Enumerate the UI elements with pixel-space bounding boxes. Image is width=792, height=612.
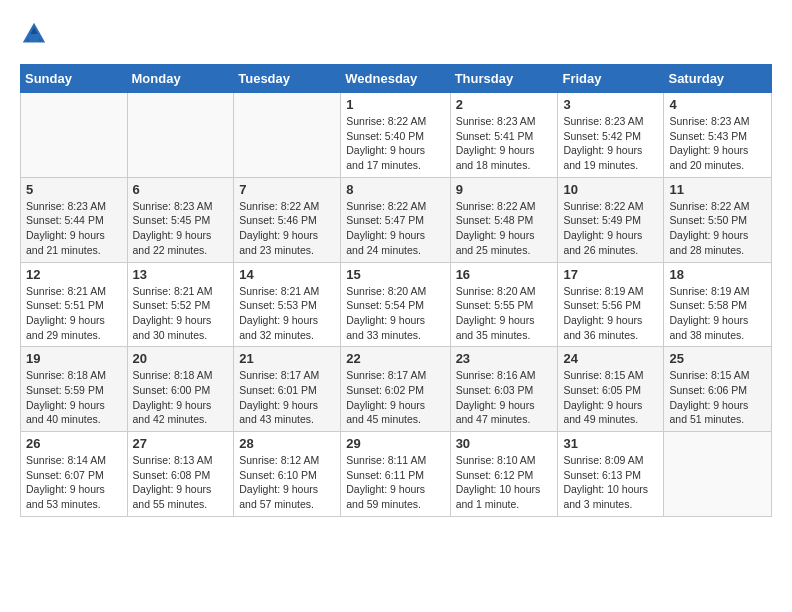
- day-info: Sunrise: 8:16 AM Sunset: 6:03 PM Dayligh…: [456, 368, 553, 427]
- calendar-cell: 7Sunrise: 8:22 AM Sunset: 5:46 PM Daylig…: [234, 177, 341, 262]
- day-header-wednesday: Wednesday: [341, 65, 450, 93]
- day-header-friday: Friday: [558, 65, 664, 93]
- day-info: Sunrise: 8:21 AM Sunset: 5:51 PM Dayligh…: [26, 284, 122, 343]
- day-number: 16: [456, 267, 553, 282]
- calendar-cell: 29Sunrise: 8:11 AM Sunset: 6:11 PM Dayli…: [341, 432, 450, 517]
- calendar-cell: [21, 93, 128, 178]
- calendar-cell: 8Sunrise: 8:22 AM Sunset: 5:47 PM Daylig…: [341, 177, 450, 262]
- day-info: Sunrise: 8:21 AM Sunset: 5:52 PM Dayligh…: [133, 284, 229, 343]
- calendar-cell: 26Sunrise: 8:14 AM Sunset: 6:07 PM Dayli…: [21, 432, 128, 517]
- day-number: 5: [26, 182, 122, 197]
- calendar-cell: 27Sunrise: 8:13 AM Sunset: 6:08 PM Dayli…: [127, 432, 234, 517]
- calendar-cell: 12Sunrise: 8:21 AM Sunset: 5:51 PM Dayli…: [21, 262, 128, 347]
- day-info: Sunrise: 8:23 AM Sunset: 5:43 PM Dayligh…: [669, 114, 766, 173]
- week-row-1: 1Sunrise: 8:22 AM Sunset: 5:40 PM Daylig…: [21, 93, 772, 178]
- day-number: 10: [563, 182, 658, 197]
- day-number: 21: [239, 351, 335, 366]
- day-info: Sunrise: 8:21 AM Sunset: 5:53 PM Dayligh…: [239, 284, 335, 343]
- calendar-cell: 23Sunrise: 8:16 AM Sunset: 6:03 PM Dayli…: [450, 347, 558, 432]
- day-header-tuesday: Tuesday: [234, 65, 341, 93]
- day-number: 30: [456, 436, 553, 451]
- week-row-2: 5Sunrise: 8:23 AM Sunset: 5:44 PM Daylig…: [21, 177, 772, 262]
- calendar-cell: 10Sunrise: 8:22 AM Sunset: 5:49 PM Dayli…: [558, 177, 664, 262]
- day-number: 11: [669, 182, 766, 197]
- day-number: 27: [133, 436, 229, 451]
- calendar-cell: 16Sunrise: 8:20 AM Sunset: 5:55 PM Dayli…: [450, 262, 558, 347]
- day-info: Sunrise: 8:18 AM Sunset: 5:59 PM Dayligh…: [26, 368, 122, 427]
- svg-rect-2: [28, 34, 39, 41]
- calendar-cell: 11Sunrise: 8:22 AM Sunset: 5:50 PM Dayli…: [664, 177, 772, 262]
- day-number: 18: [669, 267, 766, 282]
- day-number: 31: [563, 436, 658, 451]
- day-info: Sunrise: 8:20 AM Sunset: 5:55 PM Dayligh…: [456, 284, 553, 343]
- day-info: Sunrise: 8:09 AM Sunset: 6:13 PM Dayligh…: [563, 453, 658, 512]
- calendar-cell: 17Sunrise: 8:19 AM Sunset: 5:56 PM Dayli…: [558, 262, 664, 347]
- day-number: 3: [563, 97, 658, 112]
- calendar-cell: 21Sunrise: 8:17 AM Sunset: 6:01 PM Dayli…: [234, 347, 341, 432]
- day-number: 14: [239, 267, 335, 282]
- day-number: 25: [669, 351, 766, 366]
- calendar-cell: 31Sunrise: 8:09 AM Sunset: 6:13 PM Dayli…: [558, 432, 664, 517]
- calendar-cell: 1Sunrise: 8:22 AM Sunset: 5:40 PM Daylig…: [341, 93, 450, 178]
- day-info: Sunrise: 8:22 AM Sunset: 5:50 PM Dayligh…: [669, 199, 766, 258]
- day-info: Sunrise: 8:22 AM Sunset: 5:47 PM Dayligh…: [346, 199, 444, 258]
- logo-icon: [20, 20, 48, 48]
- day-info: Sunrise: 8:15 AM Sunset: 6:05 PM Dayligh…: [563, 368, 658, 427]
- day-number: 9: [456, 182, 553, 197]
- calendar-cell: 25Sunrise: 8:15 AM Sunset: 6:06 PM Dayli…: [664, 347, 772, 432]
- day-info: Sunrise: 8:23 AM Sunset: 5:41 PM Dayligh…: [456, 114, 553, 173]
- calendar-cell: 22Sunrise: 8:17 AM Sunset: 6:02 PM Dayli…: [341, 347, 450, 432]
- day-header-saturday: Saturday: [664, 65, 772, 93]
- calendar-cell: 14Sunrise: 8:21 AM Sunset: 5:53 PM Dayli…: [234, 262, 341, 347]
- day-number: 1: [346, 97, 444, 112]
- day-info: Sunrise: 8:14 AM Sunset: 6:07 PM Dayligh…: [26, 453, 122, 512]
- calendar-cell: 28Sunrise: 8:12 AM Sunset: 6:10 PM Dayli…: [234, 432, 341, 517]
- day-info: Sunrise: 8:22 AM Sunset: 5:48 PM Dayligh…: [456, 199, 553, 258]
- calendar-cell: 3Sunrise: 8:23 AM Sunset: 5:42 PM Daylig…: [558, 93, 664, 178]
- day-number: 23: [456, 351, 553, 366]
- day-info: Sunrise: 8:20 AM Sunset: 5:54 PM Dayligh…: [346, 284, 444, 343]
- week-row-3: 12Sunrise: 8:21 AM Sunset: 5:51 PM Dayli…: [21, 262, 772, 347]
- day-number: 8: [346, 182, 444, 197]
- calendar-cell: 4Sunrise: 8:23 AM Sunset: 5:43 PM Daylig…: [664, 93, 772, 178]
- day-number: 28: [239, 436, 335, 451]
- day-number: 12: [26, 267, 122, 282]
- page-header: [20, 20, 772, 48]
- day-info: Sunrise: 8:22 AM Sunset: 5:46 PM Dayligh…: [239, 199, 335, 258]
- day-info: Sunrise: 8:10 AM Sunset: 6:12 PM Dayligh…: [456, 453, 553, 512]
- calendar-cell: 13Sunrise: 8:21 AM Sunset: 5:52 PM Dayli…: [127, 262, 234, 347]
- day-number: 2: [456, 97, 553, 112]
- calendar-cell: 2Sunrise: 8:23 AM Sunset: 5:41 PM Daylig…: [450, 93, 558, 178]
- day-info: Sunrise: 8:17 AM Sunset: 6:01 PM Dayligh…: [239, 368, 335, 427]
- day-info: Sunrise: 8:22 AM Sunset: 5:40 PM Dayligh…: [346, 114, 444, 173]
- day-info: Sunrise: 8:22 AM Sunset: 5:49 PM Dayligh…: [563, 199, 658, 258]
- day-number: 7: [239, 182, 335, 197]
- day-number: 26: [26, 436, 122, 451]
- calendar-cell: [664, 432, 772, 517]
- calendar-cell: [127, 93, 234, 178]
- day-info: Sunrise: 8:23 AM Sunset: 5:44 PM Dayligh…: [26, 199, 122, 258]
- day-info: Sunrise: 8:18 AM Sunset: 6:00 PM Dayligh…: [133, 368, 229, 427]
- calendar-cell: 9Sunrise: 8:22 AM Sunset: 5:48 PM Daylig…: [450, 177, 558, 262]
- week-row-4: 19Sunrise: 8:18 AM Sunset: 5:59 PM Dayli…: [21, 347, 772, 432]
- day-info: Sunrise: 8:23 AM Sunset: 5:42 PM Dayligh…: [563, 114, 658, 173]
- day-info: Sunrise: 8:23 AM Sunset: 5:45 PM Dayligh…: [133, 199, 229, 258]
- day-info: Sunrise: 8:19 AM Sunset: 5:58 PM Dayligh…: [669, 284, 766, 343]
- calendar-cell: 6Sunrise: 8:23 AM Sunset: 5:45 PM Daylig…: [127, 177, 234, 262]
- day-info: Sunrise: 8:13 AM Sunset: 6:08 PM Dayligh…: [133, 453, 229, 512]
- calendar-cell: 19Sunrise: 8:18 AM Sunset: 5:59 PM Dayli…: [21, 347, 128, 432]
- calendar-cell: 24Sunrise: 8:15 AM Sunset: 6:05 PM Dayli…: [558, 347, 664, 432]
- day-number: 19: [26, 351, 122, 366]
- day-header-sunday: Sunday: [21, 65, 128, 93]
- day-number: 17: [563, 267, 658, 282]
- calendar-cell: 20Sunrise: 8:18 AM Sunset: 6:00 PM Dayli…: [127, 347, 234, 432]
- day-number: 22: [346, 351, 444, 366]
- calendar-cell: 15Sunrise: 8:20 AM Sunset: 5:54 PM Dayli…: [341, 262, 450, 347]
- logo: [20, 20, 52, 48]
- day-header-thursday: Thursday: [450, 65, 558, 93]
- day-number: 20: [133, 351, 229, 366]
- day-number: 24: [563, 351, 658, 366]
- calendar-cell: 5Sunrise: 8:23 AM Sunset: 5:44 PM Daylig…: [21, 177, 128, 262]
- day-info: Sunrise: 8:11 AM Sunset: 6:11 PM Dayligh…: [346, 453, 444, 512]
- calendar-cell: [234, 93, 341, 178]
